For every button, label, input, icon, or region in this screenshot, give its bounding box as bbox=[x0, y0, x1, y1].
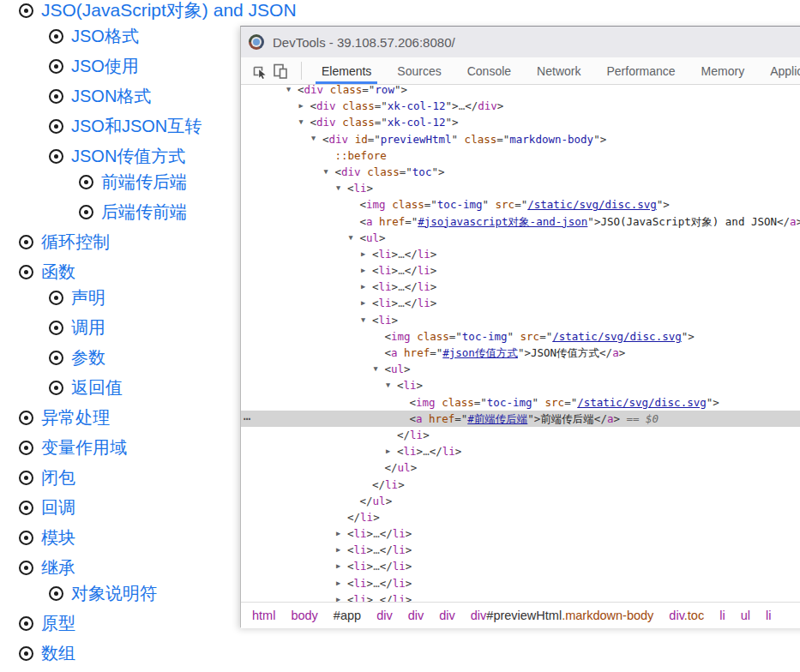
dom-tree-row[interactable]: ▶<div class="xk-col-12">…</div> bbox=[241, 98, 800, 114]
dom-tree-row[interactable]: ▶<li>…</li> bbox=[241, 591, 800, 602]
toc-item-label[interactable]: 调用 bbox=[71, 316, 105, 339]
tab-elements[interactable]: Elements bbox=[309, 57, 384, 84]
dom-tree-row[interactable]: ▶<li>…</li> bbox=[241, 525, 800, 542]
toc-item-label[interactable]: 后端传前端 bbox=[101, 201, 187, 224]
breadcrumb-item[interactable]: div bbox=[376, 609, 393, 622]
toc-item[interactable]: 继承 bbox=[19, 556, 75, 579]
dom-tree-row[interactable]: </ul> bbox=[241, 493, 800, 509]
breadcrumb-item[interactable]: ul bbox=[741, 609, 750, 622]
toc-item[interactable]: 对象说明符 bbox=[49, 582, 157, 604]
breadcrumb-item[interactable]: div#previewHtml.markdown-body bbox=[471, 609, 654, 622]
dom-tree-row[interactable]: ::before bbox=[241, 147, 800, 164]
dom-tree-row[interactable]: ▼<ul> bbox=[241, 361, 800, 377]
breadcrumb-item[interactable]: #app bbox=[334, 609, 361, 622]
toc-item[interactable]: JSO格式 bbox=[49, 25, 139, 47]
dom-tree-row[interactable]: ▶<li>…</li> bbox=[241, 279, 800, 295]
toc-item[interactable]: 变量作用域 bbox=[19, 436, 127, 459]
breadcrumb-item[interactable]: div bbox=[408, 609, 424, 622]
inspect-element-icon[interactable] bbox=[250, 61, 270, 81]
toc-item[interactable]: 回调 bbox=[19, 496, 75, 519]
breadcrumb-item[interactable]: div.toc bbox=[669, 609, 704, 622]
expanded-arrow-icon[interactable]: ▼ bbox=[324, 164, 335, 180]
toc-item-label[interactable]: JSO格式 bbox=[71, 25, 139, 48]
toc-item-label[interactable]: 前端传后端 bbox=[101, 171, 187, 194]
toc-item[interactable]: 返回值 bbox=[49, 376, 123, 399]
toc-item-label[interactable]: JSON传值方式 bbox=[71, 145, 185, 168]
toc-item-label[interactable]: 返回值 bbox=[71, 376, 123, 399]
toc-item[interactable]: 声明 bbox=[49, 286, 105, 309]
collapsed-arrow-icon[interactable]: ▶ bbox=[361, 246, 372, 262]
dom-tree-row[interactable]: ▶<li>…</li> bbox=[241, 558, 800, 574]
device-toolbar-icon[interactable] bbox=[270, 61, 291, 81]
collapsed-arrow-icon[interactable]: ▶ bbox=[361, 262, 372, 279]
breadcrumb-item[interactable]: li bbox=[766, 609, 771, 622]
toc-item[interactable]: JSO(JavaScript对象) and JSON bbox=[19, 0, 297, 21]
dom-tree-row[interactable]: ▼<li> bbox=[241, 312, 800, 328]
dom-tree-row[interactable]: ▶<li>…</li> bbox=[241, 443, 800, 459]
toc-item[interactable]: 循环控制 bbox=[19, 231, 110, 253]
dom-tree-row[interactable]: <img class="toc-img" src="/static/svg/di… bbox=[241, 196, 800, 213]
collapsed-arrow-icon[interactable]: ▶ bbox=[386, 443, 397, 459]
toc-item-label[interactable]: 回调 bbox=[41, 496, 75, 519]
toc-item-label[interactable]: 异常处理 bbox=[41, 406, 110, 429]
tab-memory[interactable]: Memory bbox=[689, 57, 758, 84]
breadcrumb-item[interactable]: li bbox=[719, 609, 725, 622]
toc-item[interactable]: 数组 bbox=[19, 642, 75, 664]
toc-item-label[interactable]: 函数 bbox=[41, 261, 75, 284]
devtools-titlebar[interactable]: DevTools - 39.108.57.206:8080/ bbox=[241, 27, 800, 57]
toc-item-label[interactable]: 继承 bbox=[41, 556, 75, 579]
toc-item-label[interactable]: JSON格式 bbox=[71, 85, 151, 108]
dom-tree-row[interactable]: <a href="#jsojavascript对象-and-json">JSO(… bbox=[241, 213, 800, 230]
dom-tree-row[interactable]: <img class="toc-img" src="/static/svg/di… bbox=[241, 394, 800, 411]
tab-network[interactable]: Network bbox=[524, 57, 593, 84]
expanded-arrow-icon[interactable]: ▼ bbox=[299, 114, 310, 130]
toc-item[interactable]: JSON传值方式 bbox=[49, 145, 185, 167]
collapsed-arrow-icon[interactable]: ▶ bbox=[336, 542, 347, 558]
toc-item[interactable]: 原型 bbox=[19, 612, 75, 634]
toc-item[interactable]: 函数 bbox=[19, 261, 75, 283]
collapsed-arrow-icon[interactable]: ▶ bbox=[361, 295, 372, 311]
toc-item[interactable]: JSO和JSON互转 bbox=[49, 115, 202, 137]
dom-tree-row[interactable]: <a href="#json传值方式">JSON传值方式</a> bbox=[241, 345, 800, 361]
dom-tree-row[interactable]: ▼<li> bbox=[241, 180, 800, 196]
breadcrumb-item[interactable]: body bbox=[291, 609, 317, 622]
toc-item[interactable]: 调用 bbox=[49, 316, 105, 339]
collapsed-arrow-icon[interactable]: ▶ bbox=[361, 279, 372, 295]
dom-tree-row[interactable]: ▶<li>…</li> bbox=[241, 262, 800, 279]
toc-item-label[interactable]: 数组 bbox=[41, 642, 75, 665]
breadcrumb-item[interactable]: html bbox=[252, 609, 275, 622]
toc-item-label[interactable]: JSO使用 bbox=[71, 55, 139, 78]
toc-item-label[interactable]: 变量作用域 bbox=[41, 436, 127, 459]
breadcrumb-item[interactable]: div bbox=[439, 609, 455, 622]
toc-item-label[interactable]: 对象说明符 bbox=[71, 582, 157, 605]
collapsed-arrow-icon[interactable]: ▶ bbox=[336, 575, 347, 591]
toc-item-label[interactable]: 声明 bbox=[71, 286, 105, 309]
expanded-arrow-icon[interactable]: ▼ bbox=[349, 230, 360, 246]
expanded-arrow-icon[interactable]: ▼ bbox=[311, 130, 322, 147]
toc-item-label[interactable]: JSO(JavaScript对象) and JSON bbox=[41, 0, 297, 22]
toc-item-label[interactable]: 循环控制 bbox=[41, 231, 110, 254]
dom-tree-row[interactable]: ▼<div class="row"> bbox=[241, 85, 800, 98]
toc-item[interactable]: 闭包 bbox=[19, 466, 75, 489]
collapsed-arrow-icon[interactable]: ▶ bbox=[336, 558, 347, 574]
dom-tree-row[interactable]: </li> bbox=[241, 427, 800, 443]
expanded-arrow-icon[interactable]: ▼ bbox=[386, 377, 397, 393]
collapsed-arrow-icon[interactable]: ▶ bbox=[299, 98, 310, 114]
collapsed-arrow-icon[interactable]: ▶ bbox=[336, 591, 347, 602]
toc-item-label[interactable]: JSO和JSON互转 bbox=[71, 115, 202, 138]
tab-console[interactable]: Console bbox=[454, 57, 524, 84]
toc-item[interactable]: JSON格式 bbox=[49, 85, 151, 107]
tab-application[interactable]: Application bbox=[757, 57, 800, 84]
dom-tree-row[interactable]: ▶<li>…</li> bbox=[241, 295, 800, 311]
toc-item[interactable]: 参数 bbox=[49, 346, 105, 369]
dom-tree-row[interactable]: ▶<li>…</li> bbox=[241, 542, 800, 558]
tab-performance[interactable]: Performance bbox=[593, 57, 688, 84]
toc-item[interactable]: JSO使用 bbox=[49, 55, 139, 77]
collapsed-arrow-icon[interactable]: ▶ bbox=[336, 525, 347, 542]
dom-tree-row[interactable]: ▶<li>…</li> bbox=[241, 246, 800, 262]
dom-tree-row[interactable]: ▶<li>…</li> bbox=[241, 575, 800, 591]
dom-tree-row[interactable]: ▼<div class="xk-col-12"> bbox=[241, 114, 800, 130]
expanded-arrow-icon[interactable]: ▼ bbox=[336, 180, 347, 196]
expanded-arrow-icon[interactable]: ▼ bbox=[286, 85, 298, 98]
dom-tree[interactable]: ▼<div class="row">▶<div class="xk-col-12… bbox=[241, 85, 800, 602]
